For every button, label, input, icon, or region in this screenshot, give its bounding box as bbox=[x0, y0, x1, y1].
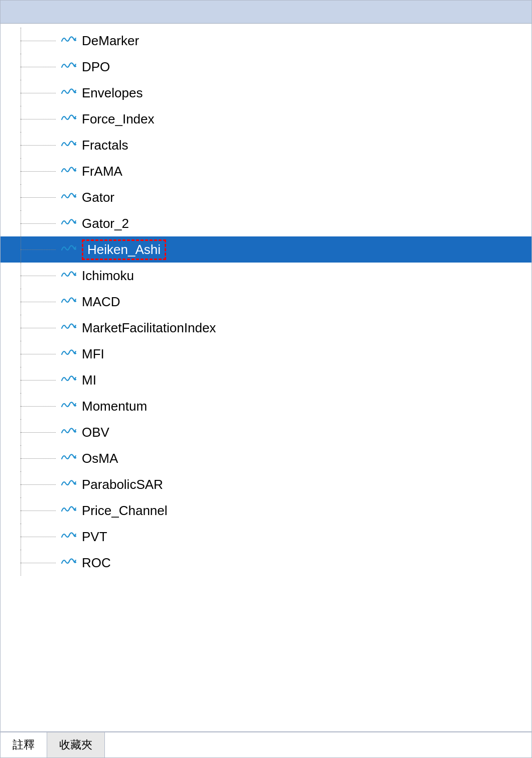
nav-content: DeMarker DPO Envelopes Force_Index Fract… bbox=[1, 24, 531, 731]
wave-icon bbox=[61, 321, 77, 335]
tree-connector bbox=[21, 419, 61, 445]
item-label-heiken-ashi: Heiken_Ashi bbox=[87, 242, 161, 258]
wave-icon bbox=[61, 347, 77, 361]
tree-connector bbox=[21, 263, 61, 289]
tree-item-macd[interactable]: MACD bbox=[1, 289, 531, 315]
nav-footer: 註釋收藏夾 bbox=[1, 731, 531, 757]
tree-item-demarker[interactable]: DeMarker bbox=[1, 28, 531, 54]
tree-connector bbox=[21, 341, 61, 367]
item-label-force-index: Force_Index bbox=[82, 111, 155, 127]
footer-tab-notes[interactable]: 註釋 bbox=[1, 732, 47, 757]
footer-tab-favorites[interactable]: 收藏夾 bbox=[47, 732, 105, 757]
item-label-ichimoku: Ichimoku bbox=[82, 268, 134, 284]
wave-icon bbox=[61, 191, 77, 204]
tree-item-parabolic-sar[interactable]: ParabolicSAR bbox=[1, 471, 531, 497]
tree-connector bbox=[21, 445, 61, 471]
tree-item-pvt[interactable]: PVT bbox=[1, 524, 531, 550]
item-label-fractals: Fractals bbox=[82, 138, 128, 153]
tree-item-gator2[interactable]: Gator_2 bbox=[1, 210, 531, 236]
tree-connector bbox=[21, 497, 61, 524]
wave-icon bbox=[61, 60, 77, 74]
tree-connector bbox=[21, 158, 61, 184]
item-label-market-facilitation-index: MarketFacilitationIndex bbox=[82, 320, 216, 336]
wave-icon bbox=[61, 452, 77, 465]
tree-item-envelopes[interactable]: Envelopes bbox=[1, 80, 531, 106]
item-label-momentum: Momentum bbox=[82, 399, 147, 414]
item-label-price-channel: Price_Channel bbox=[82, 503, 168, 519]
item-label-frama: FrAMA bbox=[82, 164, 122, 179]
wave-icon bbox=[61, 400, 77, 413]
wave-icon bbox=[61, 243, 77, 257]
wave-icon bbox=[61, 556, 77, 570]
wave-icon bbox=[61, 165, 77, 178]
wave-icon bbox=[61, 295, 77, 309]
wave-icon bbox=[61, 217, 77, 230]
tree-item-frama[interactable]: FrAMA bbox=[1, 158, 531, 184]
wave-icon bbox=[61, 269, 77, 283]
item-label-pvt: PVT bbox=[82, 529, 107, 545]
tree-item-mfi[interactable]: MFI bbox=[1, 341, 531, 367]
tree-connector bbox=[21, 236, 61, 263]
tree-connector bbox=[21, 132, 61, 158]
nav-panel: DeMarker DPO Envelopes Force_Index Fract… bbox=[0, 0, 532, 758]
tree-item-obv[interactable]: OBV bbox=[1, 419, 531, 445]
tree-connector bbox=[21, 210, 61, 236]
item-label-macd: MACD bbox=[82, 294, 120, 310]
tree-item-dpo[interactable]: DPO bbox=[1, 54, 531, 80]
indicator-tree: DeMarker DPO Envelopes Force_Index Fract… bbox=[1, 28, 531, 576]
tree-item-price-channel[interactable]: Price_Channel bbox=[1, 497, 531, 524]
tree-connector bbox=[21, 550, 61, 576]
wave-icon bbox=[61, 530, 77, 544]
wave-icon bbox=[61, 426, 77, 439]
item-label-envelopes: Envelopes bbox=[82, 85, 143, 101]
tree-item-roc[interactable]: ROC bbox=[1, 550, 531, 576]
wave-icon bbox=[61, 139, 77, 152]
item-label-roc: ROC bbox=[82, 555, 111, 571]
tree-connector bbox=[21, 315, 61, 341]
tree-item-momentum[interactable]: Momentum bbox=[1, 393, 531, 419]
wave-icon bbox=[61, 504, 77, 518]
tree-connector bbox=[21, 367, 61, 393]
tree-item-market-facilitation-index[interactable]: MarketFacilitationIndex bbox=[1, 315, 531, 341]
tree-connector bbox=[21, 106, 61, 132]
item-label-osma: OsMA bbox=[82, 451, 118, 466]
tree-item-ichimoku[interactable]: Ichimoku bbox=[1, 263, 531, 289]
item-label-gator2: Gator_2 bbox=[82, 216, 129, 231]
tree-connector bbox=[21, 184, 61, 210]
wave-icon bbox=[61, 373, 77, 387]
item-label-mfi: MFI bbox=[82, 346, 104, 362]
item-label-dpo: DPO bbox=[82, 59, 110, 75]
tree-item-gator[interactable]: Gator bbox=[1, 184, 531, 210]
selected-box: Heiken_Ashi bbox=[82, 239, 166, 260]
item-label-mi: MI bbox=[82, 372, 96, 388]
tree-connector bbox=[21, 393, 61, 419]
tree-connector bbox=[21, 289, 61, 315]
item-label-demarker: DeMarker bbox=[82, 33, 139, 49]
wave-icon bbox=[61, 112, 77, 126]
item-label-gator: Gator bbox=[82, 190, 114, 205]
tree-item-osma[interactable]: OsMA bbox=[1, 445, 531, 471]
wave-icon bbox=[61, 34, 77, 48]
wave-icon bbox=[61, 86, 77, 100]
nav-header bbox=[1, 1, 531, 24]
tree-connector bbox=[21, 54, 61, 80]
tree-connector bbox=[21, 524, 61, 550]
tree-item-fractals[interactable]: Fractals bbox=[1, 132, 531, 158]
item-label-parabolic-sar: ParabolicSAR bbox=[82, 477, 163, 492]
tree-item-heiken-ashi[interactable]: Heiken_Ashi bbox=[1, 236, 531, 263]
tree-item-force-index[interactable]: Force_Index bbox=[1, 106, 531, 132]
wave-icon bbox=[61, 478, 77, 491]
tree-connector bbox=[21, 471, 61, 497]
tree-connector bbox=[21, 80, 61, 106]
tree-item-mi[interactable]: MI bbox=[1, 367, 531, 393]
item-label-obv: OBV bbox=[82, 425, 109, 440]
tree-connector bbox=[21, 28, 61, 54]
